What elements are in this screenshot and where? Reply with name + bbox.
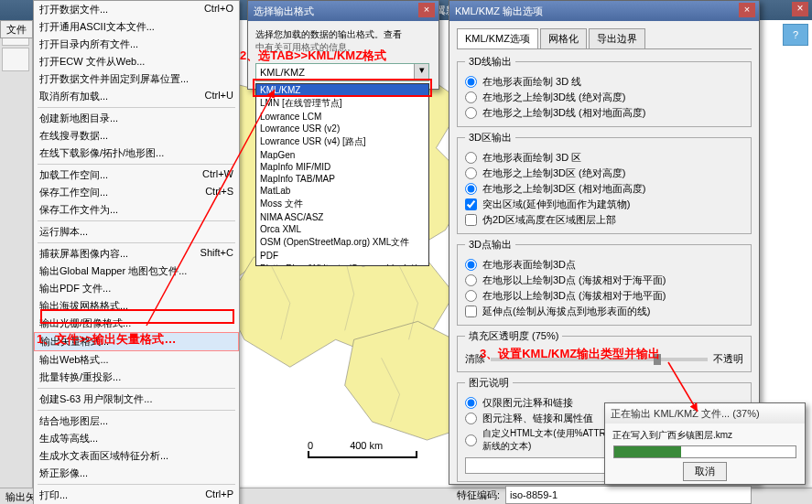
menu-item[interactable]: 创建新地图目录...: [34, 110, 239, 127]
tab-kml-options[interactable]: KML/KMZ选项: [457, 28, 538, 48]
format-option[interactable]: OSM (OpenStreetMap.org) XML文件: [256, 235, 428, 250]
radio-3dline-abs[interactable]: [465, 91, 477, 103]
annotation-1: 1、文件>>输出矢量格式…: [37, 331, 176, 348]
menu-item[interactable]: 运行脚本...: [34, 223, 239, 241]
chk-extrude-area[interactable]: [465, 198, 477, 210]
chevron-down-icon[interactable]: ▾: [414, 64, 428, 80]
menu-item[interactable]: 结合地形图层...: [34, 413, 239, 430]
encoding-select[interactable]: iso-8859-1: [505, 486, 752, 504]
toolbar-button[interactable]: [2, 48, 29, 71]
menu-item[interactable]: 批量转换/重投影...: [34, 369, 239, 386]
format-option[interactable]: NIMA ASC/ASZ: [256, 211, 428, 223]
menu-item[interactable]: 输出Global Mapper 地图包文件...: [34, 263, 239, 280]
menu-item[interactable]: 打印...Ctrl+P: [34, 487, 239, 504]
format-option[interactable]: Platte River/Whitestar/Geographix 文件: [256, 262, 428, 266]
menu-item[interactable]: 输出Web格式...: [34, 351, 239, 369]
encoding-label: 特征编码:: [457, 488, 500, 502]
menu-item[interactable]: 输出光栅/图像格式...: [34, 315, 239, 332]
dialog-title[interactable]: 选择输出格式 ×: [248, 1, 438, 21]
radio-desc-html[interactable]: [465, 434, 477, 446]
menu-item[interactable]: 生成等高线...: [34, 430, 239, 447]
format-option[interactable]: Orca XML: [256, 223, 428, 235]
format-option[interactable]: Lowrance USR (v4) [路点]: [256, 134, 428, 149]
chk-fake2d[interactable]: [465, 214, 477, 226]
dialog-select-format: 选择输出格式 × 选择您加载的数据的输出格式。查看 中有关可用格式的信息。 KM…: [247, 0, 439, 90]
group-3d-area: 3D区输出 在地形表面绘制 3D 区 在地形之上绘制3D区 (绝对高度) 在地形…: [457, 131, 752, 234]
radio-desc-attrs[interactable]: [465, 413, 477, 424]
menu-item[interactable]: 打开目录内所有文件...: [34, 36, 239, 53]
radio-3darea-abs[interactable]: [465, 167, 477, 179]
format-prompt: 选择您加载的数据的输出格式。查看: [255, 28, 431, 41]
menu-item[interactable]: 打开通用ASCII文本文件...: [34, 18, 239, 36]
file-menu-button[interactable]: 文件: [0, 20, 33, 38]
tab-grid[interactable]: 网格化: [540, 28, 587, 48]
format-option[interactable]: Moss 文件: [256, 197, 428, 211]
tab-bar: KML/KMZ选项 网格化 导出边界: [457, 28, 752, 49]
radio-desc-name[interactable]: [465, 397, 477, 409]
dialog-progress: 正在输出 KML/KMZ 文件... (37%) 正在写入到广西乡镇图层.kmz…: [604, 402, 806, 485]
menu-item[interactable]: 捕获屏幕图像内容...Shift+C: [34, 245, 239, 263]
group-3d-line: 3D线输出 在地形表面绘制 3D 线 在地形之上绘制3D线 (绝对高度) 在地形…: [457, 55, 752, 127]
chk-extend-point[interactable]: [465, 306, 477, 317]
menu-item[interactable]: 输出PDF 文件...: [34, 280, 239, 297]
menu-item[interactable]: 加载工作空间...Ctrl+W: [34, 166, 239, 184]
group-3d-point: 3D点输出 在地形表面绘制3D点 在地形以上绘制3D点 (海拔相对于海平面) 在…: [457, 238, 752, 326]
radio-3darea-rel[interactable]: [465, 183, 477, 195]
radio-3dline-surface[interactable]: [465, 76, 477, 88]
tab-bounds[interactable]: 导出边界: [589, 28, 645, 48]
menu-item[interactable]: 打开数据文件...Ctrl+O: [34, 1, 239, 18]
annotation-3: 3、设置KML/KMZ输出类型并输出: [480, 346, 660, 362]
radio-3dpt-abs[interactable]: [465, 274, 477, 286]
menu-item[interactable]: 在线搜寻数据...: [34, 127, 239, 145]
format-option[interactable]: MapGen: [256, 149, 428, 161]
format-option[interactable]: MapInfo TAB/MAP: [256, 173, 428, 185]
dialog-title[interactable]: KML/KMZ 输出选项 ×: [449, 1, 759, 21]
menu-item[interactable]: 保存工作文件为...: [34, 201, 239, 219]
menu-item[interactable]: 在线下载影像/拓扑/地形图...: [34, 145, 239, 162]
format-dropdown-list[interactable]: KML/KMZLMN [在线管理节点]Lowrance LCMLowrance …: [255, 83, 429, 266]
progress-bar: [613, 445, 796, 458]
radio-3dline-rel[interactable]: [465, 107, 477, 119]
menu-item[interactable]: 创建S-63 用户限制文件...: [34, 391, 239, 408]
progress-text: 正在写入到广西乡镇图层.kmz: [612, 429, 797, 442]
cancel-button[interactable]: 取消: [683, 462, 727, 481]
menu-item[interactable]: 输出海拔网格格式...: [34, 297, 239, 315]
dialog-title[interactable]: 正在输出 KML/KMZ 文件... (37%): [605, 403, 805, 424]
radio-3darea-surface[interactable]: [465, 152, 477, 164]
scale-bar: 0400 km: [308, 440, 417, 458]
help-icon[interactable]: ?: [783, 24, 808, 46]
format-combobox[interactable]: KML/KMZ ▾: [255, 63, 429, 81]
left-toolbar: [0, 20, 33, 504]
menu-item[interactable]: 取消所有加载...Ctrl+U: [34, 88, 239, 105]
menu-item[interactable]: 保存工作空间...Ctrl+S: [34, 184, 239, 201]
menu-item[interactable]: 生成水文表面区域特征分析...: [34, 447, 239, 465]
annotation-2: 2、选TAB>>KML/KMZ格式: [240, 48, 386, 64]
format-option[interactable]: Lowrance LCM: [256, 111, 428, 123]
close-icon[interactable]: ×: [792, 2, 808, 16]
format-option[interactable]: KML/KMZ: [256, 84, 428, 96]
radio-3dpt-surface[interactable]: [465, 259, 477, 271]
menu-item[interactable]: 打开ECW 文件从Web...: [34, 53, 239, 70]
menu-item[interactable]: 打开数据文件并固定到屏幕位置...: [34, 70, 239, 88]
format-option[interactable]: MatLab: [256, 185, 428, 197]
close-icon[interactable]: ×: [418, 3, 435, 17]
format-option[interactable]: Lowrance USR (v2): [256, 123, 428, 134]
file-dropdown-menu: 打开数据文件...Ctrl+O打开通用ASCII文本文件...打开目录内所有文件…: [33, 0, 240, 504]
format-option[interactable]: PDF: [256, 250, 428, 262]
radio-3dpt-rel[interactable]: [465, 290, 477, 302]
menu-item[interactable]: 矫正影像...: [34, 465, 239, 482]
format-option[interactable]: MapInfo MIF/MID: [256, 161, 428, 173]
close-icon[interactable]: ×: [739, 3, 755, 17]
format-option[interactable]: LMN [在线管理节点]: [256, 96, 428, 111]
